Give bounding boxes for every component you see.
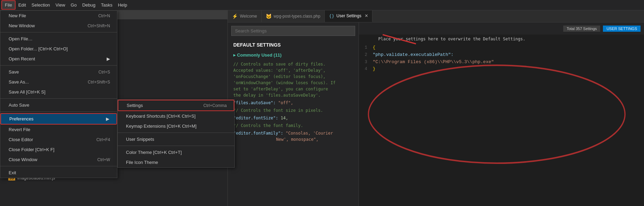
pref-divider-2 bbox=[118, 146, 234, 146]
welcome-icon: ⚡ bbox=[232, 13, 238, 19]
menu-save[interactable]: Save Ctrl+S bbox=[0, 67, 117, 77]
autosave-key: "files.autoSave": "off", bbox=[228, 100, 359, 106]
save-label: Save bbox=[9, 69, 19, 75]
new-window-shortcut: Ctrl+Shift+N bbox=[88, 23, 110, 28]
fontfamily-value2-text: New', monospace", bbox=[276, 137, 319, 142]
open-recent-label: Open Recent bbox=[9, 56, 35, 61]
fontsize-key-text: "editor.fontSize": bbox=[233, 116, 278, 120]
menu-edit[interactable]: Edit bbox=[16, 1, 29, 9]
preferences-label: Preferences bbox=[9, 116, 33, 121]
line-1: 1 { bbox=[359, 44, 644, 51]
pref-keymap-extensions[interactable]: Keymap Extensions [Ctrl+K Ctrl+M] bbox=[118, 121, 234, 131]
fontsize-value: 14, bbox=[281, 116, 288, 120]
settings-section-title: DEFAULT SETTINGS bbox=[228, 39, 359, 50]
new-file-shortcut: Ctrl+N bbox=[98, 13, 110, 18]
comment-line-5: set to 'afterDelay', you can configure bbox=[233, 86, 353, 92]
menu-preferences[interactable]: Preferences ▶ bbox=[0, 113, 117, 125]
new-file-label: New File bbox=[9, 13, 26, 18]
settings-comment-autosave: // Controls auto save of dirty files. Ac… bbox=[228, 60, 359, 100]
php-icon: 🐱 bbox=[266, 13, 272, 19]
fontfamily-key: "editor.fontFamily": "Consolas, 'Courier bbox=[228, 130, 359, 136]
settings-group-common[interactable]: Commonly Used (11) bbox=[228, 50, 359, 60]
menu-new-file[interactable]: New File Ctrl+N bbox=[0, 11, 117, 21]
menu-open-folder[interactable]: Open Folder... [Ctrl+K Ctrl+O] bbox=[0, 44, 117, 54]
line-2: 2 "php.validate.executablePath": bbox=[359, 51, 644, 59]
main-content: DEFAULT SETTINGS Commonly Used (11) // C… bbox=[228, 22, 644, 206]
tab-welcome[interactable]: ⚡ Welcome bbox=[228, 10, 262, 22]
settings-label: Settings bbox=[127, 103, 143, 108]
settings-right-panel: Total 357 Settings USER SETTINGS Place y… bbox=[359, 22, 644, 206]
pref-settings[interactable]: Settings Ctrl+Comma bbox=[118, 100, 234, 111]
search-input[interactable] bbox=[231, 26, 355, 36]
save-as-shortcut: Ctrl+Shift+S bbox=[88, 80, 110, 85]
tab-welcome-label: Welcome bbox=[240, 14, 257, 19]
divider-1 bbox=[0, 32, 117, 32]
tab-user-settings-label: User Settings bbox=[336, 13, 361, 18]
comment-line-1: // Controls auto save of dirty files. bbox=[233, 61, 353, 67]
save-all-label: Save All [Ctrl+K S] bbox=[9, 89, 46, 95]
close-editor-label: Close Editor bbox=[9, 137, 33, 142]
user-settings-button[interactable]: USER SETTINGS bbox=[603, 26, 641, 32]
autosave-value: "off", bbox=[278, 100, 293, 105]
editor-overlay-comment: Place your settings here to overwrite th… bbox=[375, 35, 644, 44]
menu-open-recent[interactable]: Open Recent ▶ bbox=[0, 54, 117, 64]
line-num-3: 3 bbox=[359, 59, 373, 66]
pref-keyboard-shortcuts[interactable]: Keyboard Shortcuts [Ctrl+K Ctrl+S] bbox=[118, 111, 234, 121]
line-content-2: "php.validate.executablePath": bbox=[373, 51, 641, 59]
menu-auto-save[interactable]: Auto Save bbox=[0, 100, 117, 110]
fontfamily-key-text: "editor.fontFamily": bbox=[233, 131, 283, 136]
auto-save-label: Auto Save bbox=[9, 102, 29, 108]
menu-debug[interactable]: Debug bbox=[79, 1, 98, 9]
revert-file-label: Revert File bbox=[9, 127, 30, 132]
menu-close-editor[interactable]: Close Editor Ctrl+F4 bbox=[0, 135, 117, 145]
total-settings-badge: Total 357 Settings bbox=[563, 26, 600, 32]
menu-save-as[interactable]: Save As... Ctrl+Shift+S bbox=[0, 77, 117, 87]
line-3: 3 "C:\\Program Files (x86)\\PHP\\v5.3\\p… bbox=[359, 59, 644, 66]
editor-header: Total 357 Settings USER SETTINGS bbox=[359, 22, 644, 35]
comment-line-2: Accepted values: 'off', 'afterDelay', bbox=[233, 67, 353, 73]
tab-close-button[interactable]: × bbox=[365, 13, 368, 19]
divider-3 bbox=[0, 98, 117, 99]
menu-revert-file[interactable]: Revert File bbox=[0, 125, 117, 135]
menu-go[interactable]: Go bbox=[68, 1, 79, 9]
pref-file-icon-theme[interactable]: File Icon Theme bbox=[118, 157, 234, 167]
fontfamily-value2: New', monospace", bbox=[228, 136, 359, 143]
close-window-shortcut: Ctrl+W bbox=[97, 157, 110, 162]
autosave-key-text: "files.autoSave": bbox=[233, 100, 276, 105]
tab-php[interactable]: 🐱 wpg-post-types.class.php bbox=[262, 10, 325, 22]
divider-4 bbox=[0, 111, 117, 112]
save-as-label: Save As... bbox=[9, 79, 29, 85]
comment-fontsize: // Controls the font size in pixels. bbox=[228, 106, 359, 115]
menu-close-window[interactable]: Close Window Ctrl+W bbox=[0, 155, 117, 165]
pref-user-snippets[interactable]: User Snippets bbox=[118, 134, 234, 144]
menu-view[interactable]: View bbox=[53, 1, 68, 9]
menu-tasks[interactable]: Tasks bbox=[98, 1, 115, 9]
open-file-label: Open File… bbox=[9, 36, 32, 41]
line-num-4: 4 bbox=[359, 66, 373, 72]
keyboard-shortcuts-label: Keyboard Shortcuts [Ctrl+K Ctrl+S] bbox=[126, 114, 196, 119]
line-num-1: 1 bbox=[359, 44, 373, 51]
menu-close-folder[interactable]: Close Folder [Ctrl+K F] bbox=[0, 145, 117, 155]
menu-save-all[interactable]: Save All [Ctrl+K S] bbox=[0, 87, 117, 97]
settings-left-panel: DEFAULT SETTINGS Commonly Used (11) // C… bbox=[228, 22, 359, 206]
user-settings-icon: {} bbox=[329, 13, 334, 19]
close-editor-shortcut: Ctrl+F4 bbox=[96, 137, 110, 142]
pref-color-theme[interactable]: Color Theme [Ctrl+K Ctrl+T] bbox=[118, 147, 234, 157]
pref-divider-1 bbox=[118, 133, 234, 133]
menu-file[interactable]: File bbox=[1, 0, 16, 10]
file-dropdown: New File Ctrl+N New Window Ctrl+Shift+N … bbox=[0, 10, 117, 178]
line-content-1: { bbox=[373, 44, 641, 51]
line-content-3: "C:\\Program Files (x86)\\PHP\\v5.3\\php… bbox=[373, 59, 641, 66]
color-theme-label: Color Theme [Ctrl+K Ctrl+T] bbox=[126, 150, 182, 155]
menu-help[interactable]: Help bbox=[115, 1, 130, 9]
keymap-extensions-label: Keymap Extensions [Ctrl+K Ctrl+M] bbox=[126, 124, 196, 129]
menu-exit[interactable]: Exit bbox=[0, 168, 117, 178]
menu-new-window[interactable]: New Window Ctrl+Shift+N bbox=[0, 21, 117, 31]
menu-selection[interactable]: Selection bbox=[29, 1, 52, 9]
open-folder-label: Open Folder... [Ctrl+K Ctrl+O] bbox=[9, 46, 68, 51]
fontsize-key: "editor.fontSize": 14, bbox=[228, 115, 359, 121]
comment-line-6: the delay in 'files.autoSaveDelay'. bbox=[233, 92, 353, 98]
tab-user-settings[interactable]: {} User Settings × bbox=[325, 10, 372, 22]
line-4: 4 } bbox=[359, 66, 644, 73]
menu-open-file[interactable]: Open File… bbox=[0, 34, 117, 44]
